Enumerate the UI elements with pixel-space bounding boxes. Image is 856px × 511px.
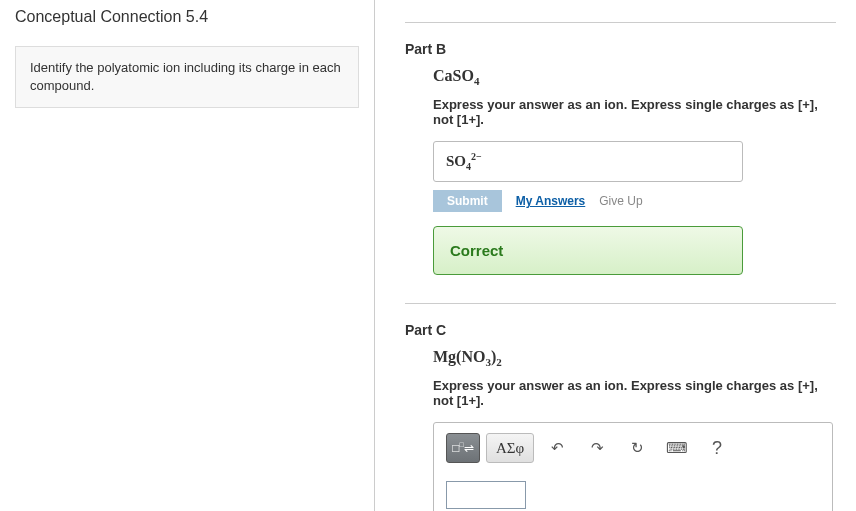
feedback-correct: Correct <box>433 226 743 275</box>
help-icon[interactable]: ? <box>700 433 734 463</box>
divider <box>405 303 836 304</box>
part-b-body: CaSO4 Express your answer as an ion. Exp… <box>405 67 836 275</box>
template-tool-icon[interactable]: □□⇌ <box>446 433 480 463</box>
part-c-instruction: Express your answer as an ion. Express s… <box>433 378 836 408</box>
part-c-label: Part C <box>405 322 836 338</box>
part-b-answer: SO42− <box>433 141 743 182</box>
part-b-instruction: Express your answer as an ion. Express s… <box>433 97 836 127</box>
part-b-button-row: Submit My Answers Give Up <box>433 190 836 212</box>
keyboard-icon[interactable]: ⌨ <box>660 433 694 463</box>
part-b-compound: CaSO4 <box>433 67 836 87</box>
equation-editor: □□⇌ ΑΣφ ↶ ↷ ↻ ⌨ ? <box>433 422 833 511</box>
part-b-label: Part B <box>405 41 836 57</box>
undo-icon[interactable]: ↶ <box>540 433 574 463</box>
right-panel: Part B CaSO4 Express your answer as an i… <box>375 0 856 511</box>
my-answers-link[interactable]: My Answers <box>516 194 586 208</box>
question-prompt: Identify the polyatomic ion including it… <box>15 46 359 108</box>
template-tool-label: □□⇌ <box>452 441 473 456</box>
submit-button: Submit <box>433 190 502 212</box>
left-panel: Conceptual Connection 5.4 Identify the p… <box>0 0 375 511</box>
editor-toolbar: □□⇌ ΑΣφ ↶ ↷ ↻ ⌨ ? <box>446 433 820 463</box>
section-title: Conceptual Connection 5.4 <box>15 8 359 26</box>
greek-tool-icon[interactable]: ΑΣφ <box>486 433 534 463</box>
answer-input[interactable] <box>446 481 526 509</box>
divider <box>405 22 836 23</box>
part-c-compound: Mg(NO3)2 <box>433 348 836 368</box>
reset-icon[interactable]: ↻ <box>620 433 654 463</box>
part-c-body: Mg(NO3)2 Express your answer as an ion. … <box>405 348 836 511</box>
redo-icon[interactable]: ↷ <box>580 433 614 463</box>
give-up-link: Give Up <box>599 194 642 208</box>
